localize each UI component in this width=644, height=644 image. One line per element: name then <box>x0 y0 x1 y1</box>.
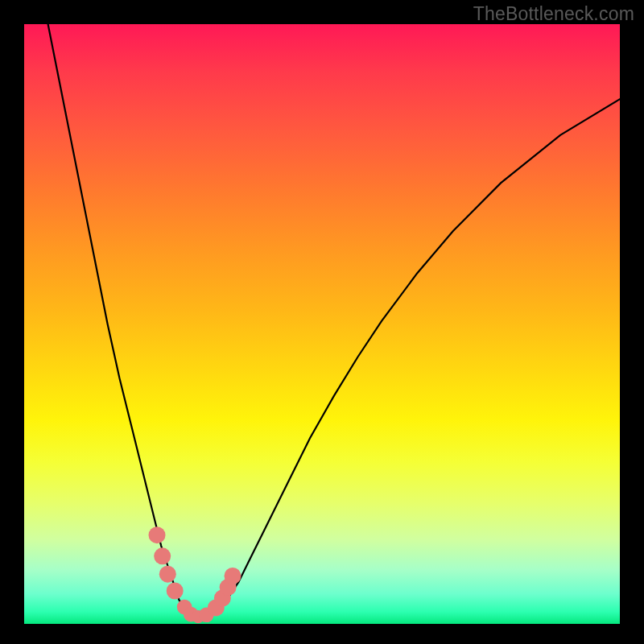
curve-layer <box>24 24 620 624</box>
curve-marker <box>225 568 242 584</box>
curve-marker <box>154 547 171 564</box>
curve-marker <box>159 566 176 583</box>
curve-markers <box>149 526 242 623</box>
chart-frame: TheBottleneck.com <box>0 0 644 644</box>
bottleneck-curve <box>48 24 620 618</box>
plot-area <box>24 24 620 624</box>
curve-marker <box>149 526 166 543</box>
watermark-text: TheBottleneck.com <box>473 3 634 25</box>
curve-marker <box>167 583 184 600</box>
